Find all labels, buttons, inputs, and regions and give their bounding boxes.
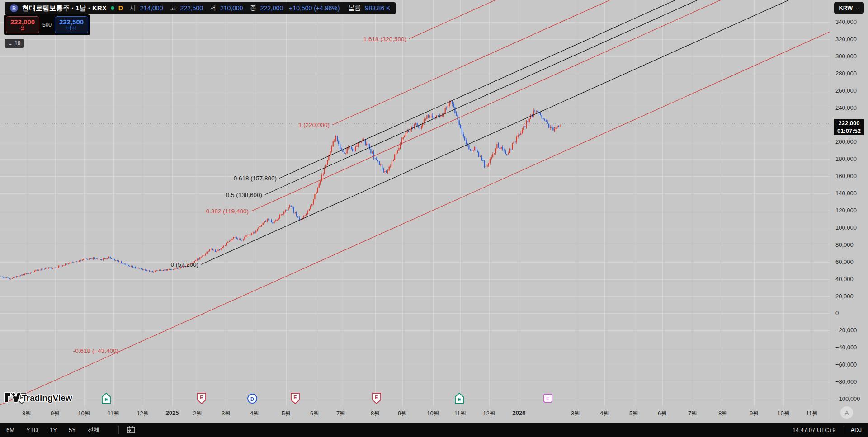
- svg-text:E: E: [458, 397, 461, 402]
- bottom-toolbar: 6MYTD1Y5Y전체 14:47:07 UTC+9 ADJ: [0, 423, 868, 437]
- spread-value: 500: [42, 22, 52, 28]
- range-button-ytd[interactable]: YTD: [26, 427, 38, 433]
- time-tick: 9월: [750, 409, 759, 418]
- chevron-down-icon: ⌄: [8, 40, 13, 47]
- range-button-1y[interactable]: 1Y: [50, 427, 57, 433]
- range-button-6m[interactable]: 6M: [6, 427, 14, 433]
- buy-price: 222,500: [59, 19, 84, 26]
- svg-text:E: E: [546, 396, 549, 401]
- price-tick: 180,000: [835, 155, 857, 162]
- time-tick: 12월: [137, 409, 149, 418]
- price-tick: −80,000: [835, 378, 857, 385]
- open-value: 214,000: [140, 5, 163, 12]
- time-tick: 8월: [22, 409, 31, 418]
- trade-panel: 222,000 셀 500 222,500 바이: [4, 14, 90, 35]
- time-axis[interactable]: 8월9월10월11월12월20252월3월4월5월6월7월8월9월10월11월1…: [0, 407, 830, 423]
- price-tick: 0: [835, 310, 839, 316]
- indicators-collapse-chip[interactable]: ⌄ 19: [5, 39, 24, 48]
- price-tick: −40,000: [835, 344, 857, 351]
- event-badge-earnings[interactable]: E: [454, 392, 465, 407]
- event-badge-earnings[interactable]: E: [196, 392, 207, 407]
- price-tick: 20,000: [835, 293, 854, 300]
- time-tick: 8월: [371, 409, 380, 418]
- tradingview-logo[interactable]: TradingView: [4, 390, 94, 404]
- low-label: 저: [210, 4, 216, 12]
- event-badge-earnings[interactable]: E: [542, 392, 553, 407]
- high-label: 고: [170, 4, 176, 12]
- auto-scale-label: A: [845, 409, 849, 416]
- range-button-전체[interactable]: 전체: [88, 426, 99, 434]
- currency-label: KRW: [839, 5, 853, 11]
- open-label: 시: [130, 4, 136, 12]
- auto-scale-button[interactable]: A: [840, 406, 853, 419]
- time-tick: 7월: [688, 409, 697, 418]
- event-badge-earnings[interactable]: E: [290, 392, 301, 407]
- buy-button[interactable]: 222,500 바이: [55, 16, 88, 33]
- buy-label: 바이: [66, 26, 76, 31]
- price-tick: 40,000: [835, 276, 854, 282]
- time-tick: 5월: [282, 409, 291, 418]
- svg-text:E: E: [375, 395, 378, 400]
- price-tick: 60,000: [835, 258, 854, 265]
- price-tick: −100,000: [835, 395, 860, 402]
- svg-text:E: E: [293, 395, 297, 400]
- time-tick: 4월: [250, 409, 259, 418]
- price-tick: −60,000: [835, 361, 857, 368]
- events-strip: EEEDEEEE: [0, 392, 830, 406]
- time-tick: 11월: [108, 409, 120, 418]
- time-tick: 10월: [78, 409, 90, 418]
- symbol-title[interactable]: 현대로템보통주 · 1날 · KRX: [22, 4, 107, 13]
- time-tick: 12월: [483, 409, 495, 418]
- sell-price: 222,000: [10, 19, 35, 26]
- time-tick: 5월: [629, 409, 638, 418]
- price-axis[interactable]: KRW ⌄ 222,000 01:07:52 340,000320,000300…: [830, 0, 868, 423]
- time-tick: 8월: [718, 409, 727, 418]
- current-price-value: 222,000: [834, 120, 864, 127]
- grid-lines: [0, 0, 830, 407]
- volume-label: 볼륨: [348, 4, 361, 12]
- toolbar-separator: [843, 426, 843, 434]
- range-button-5y[interactable]: 5Y: [69, 427, 76, 433]
- time-tick: 3월: [571, 409, 580, 418]
- low-value: 210,000: [220, 5, 243, 12]
- go-to-date-icon[interactable]: [126, 425, 136, 434]
- time-tick: 9월: [51, 409, 60, 418]
- current-price-label: 222,000 01:07:52: [834, 119, 864, 135]
- time-tick: 10월: [777, 409, 789, 418]
- sell-button[interactable]: 222,000 셀: [6, 16, 39, 33]
- price-tick: 240,000: [835, 104, 857, 111]
- chevron-down-icon: ⌄: [855, 5, 859, 10]
- change-value: +10,500 (+4.96%): [289, 5, 340, 12]
- symbol-logo: R: [10, 4, 18, 12]
- price-tick: 80,000: [835, 241, 854, 248]
- clock-timezone[interactable]: 14:47:07 UTC+9: [793, 427, 836, 433]
- high-value: 222,500: [180, 5, 203, 12]
- price-tick: 300,000: [835, 53, 857, 60]
- close-value: 222,000: [260, 5, 283, 12]
- adjusted-data-toggle[interactable]: ADJ: [850, 427, 862, 433]
- event-badge-earnings[interactable]: E: [101, 392, 112, 407]
- svg-text:E: E: [104, 397, 108, 402]
- chart-canvas[interactable]: [0, 0, 830, 407]
- svg-text:D: D: [250, 396, 254, 402]
- price-tick: 160,000: [835, 173, 857, 179]
- bar-countdown: 01:07:52: [834, 127, 864, 135]
- symbol-legend: R 현대로템보통주 · 1날 · KRX D 시214,000 고222,500…: [5, 2, 396, 14]
- event-badge-dividend[interactable]: D: [247, 392, 258, 407]
- volume-value: 983.86 K: [365, 5, 390, 12]
- event-badge-earnings[interactable]: E: [371, 392, 382, 407]
- time-tick: 11월: [806, 409, 818, 418]
- currency-dropdown[interactable]: KRW ⌄: [834, 2, 864, 14]
- price-tick: 200,000: [835, 138, 857, 145]
- time-tick: 4월: [600, 409, 609, 418]
- price-tick: 280,000: [835, 70, 857, 77]
- time-tick: 2025: [166, 409, 179, 416]
- time-tick: 2월: [193, 409, 202, 418]
- close-label: 종: [250, 4, 256, 12]
- market-open-dot-icon: [111, 6, 114, 10]
- price-tick: 120,000: [835, 207, 857, 214]
- tradingview-app: R 현대로템보통주 · 1날 · KRX D 시214,000 고222,500…: [0, 0, 868, 437]
- time-tick: 11월: [454, 409, 467, 418]
- time-tick: 3월: [222, 409, 231, 418]
- time-tick: 2026: [513, 409, 526, 416]
